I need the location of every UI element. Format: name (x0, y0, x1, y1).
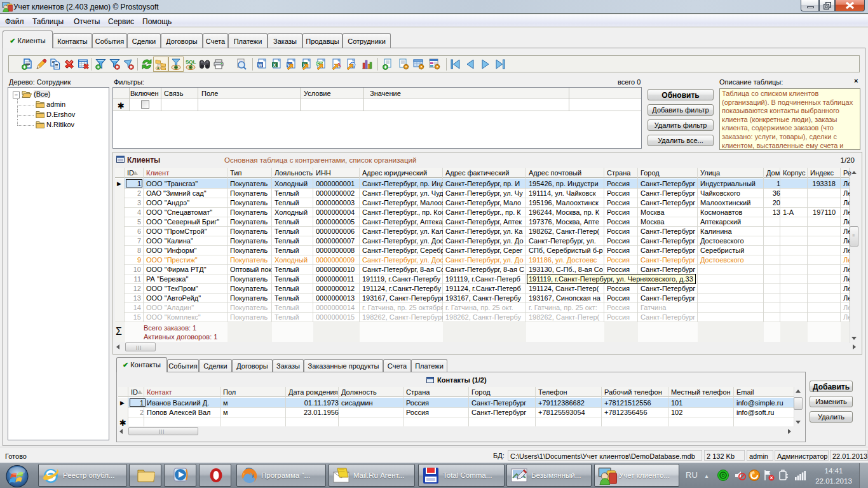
svg-text:W: W (258, 63, 262, 67)
svg-text:X: X (273, 63, 276, 67)
svg-text:SQL: SQL (186, 59, 196, 65)
